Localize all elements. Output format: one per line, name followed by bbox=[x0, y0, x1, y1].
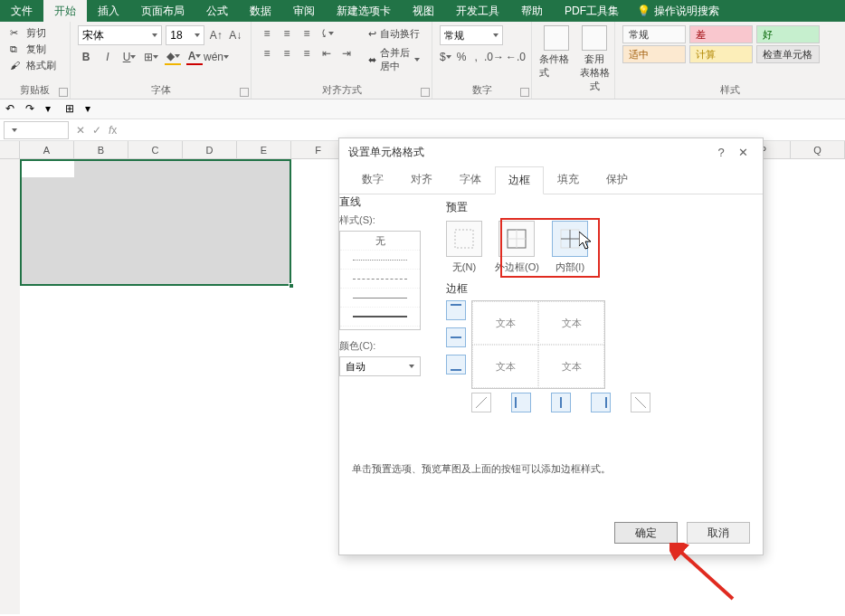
currency-button[interactable]: $ bbox=[440, 49, 451, 65]
qat-btn-3[interactable]: ▾ bbox=[85, 102, 100, 117]
dlg-tab-border[interactable]: 边框 bbox=[495, 166, 544, 194]
italic-button[interactable]: I bbox=[100, 49, 116, 65]
tab-file[interactable]: 文件 bbox=[0, 0, 43, 22]
number-launcher[interactable] bbox=[520, 88, 529, 97]
style-normal[interactable]: 常规 bbox=[622, 25, 686, 43]
style-calc[interactable]: 计算 bbox=[689, 45, 753, 63]
border-diag-down-button[interactable] bbox=[631, 393, 650, 412]
border-top-button[interactable] bbox=[446, 300, 466, 320]
cancel-button[interactable]: 取消 bbox=[687, 522, 750, 544]
dlg-tab-fill[interactable]: 填充 bbox=[544, 166, 593, 194]
confirm-formula-icon[interactable]: ✓ bbox=[92, 124, 101, 137]
cancel-formula-icon[interactable]: ✕ bbox=[76, 124, 85, 137]
style-check[interactable]: 检查单元格 bbox=[756, 45, 820, 63]
conditional-format-button[interactable]: 条件格式 bbox=[539, 25, 574, 93]
copy-button[interactable]: ⧉ 复制 bbox=[7, 42, 62, 57]
align-middle-button[interactable]: ≡ bbox=[279, 25, 295, 42]
tab-review[interactable]: 审阅 bbox=[282, 0, 326, 22]
border-right-button[interactable] bbox=[591, 393, 611, 412]
ok-button[interactable]: 确定 bbox=[614, 522, 678, 544]
dlg-tab-protect[interactable]: 保护 bbox=[593, 166, 641, 194]
tab-view[interactable]: 视图 bbox=[402, 0, 445, 22]
style-opt-3[interactable] bbox=[340, 289, 420, 308]
dialog-help-button[interactable]: ? bbox=[710, 146, 732, 159]
align-right-button[interactable]: ≡ bbox=[299, 45, 315, 62]
tab-home[interactable]: 开始 bbox=[43, 0, 87, 22]
border-button[interactable]: ⊞ bbox=[143, 49, 159, 65]
tab-devtools[interactable]: 开发工具 bbox=[445, 0, 510, 22]
align-bottom-button[interactable]: ≡ bbox=[299, 25, 315, 42]
decrease-decimal-button[interactable]: ←.0 bbox=[508, 49, 524, 65]
style-neutral[interactable]: 适中 bbox=[622, 45, 686, 63]
style-opt-4[interactable] bbox=[340, 308, 420, 327]
col-Q[interactable]: Q bbox=[791, 141, 845, 158]
style-opt-2[interactable] bbox=[340, 270, 420, 289]
percent-button[interactable]: % bbox=[457, 49, 467, 65]
tab-new[interactable]: 新建选项卡 bbox=[326, 0, 402, 22]
align-top-button[interactable]: ≡ bbox=[259, 25, 275, 42]
col-B[interactable]: B bbox=[74, 141, 128, 158]
preset-outline-button[interactable] bbox=[498, 221, 535, 257]
font-size-selector[interactable]: 18 bbox=[166, 25, 204, 45]
font-color-button[interactable]: A bbox=[186, 49, 203, 65]
redo-button[interactable]: ↷ bbox=[25, 102, 40, 117]
cut-button[interactable]: ✂ 剪切 bbox=[7, 25, 62, 41]
undo-button[interactable]: ↶ bbox=[5, 102, 20, 117]
dialog-close-button[interactable]: ✕ bbox=[732, 146, 754, 159]
dialog-titlebar[interactable]: 设置单元格格式 ? ✕ bbox=[339, 138, 763, 166]
style-opt-1[interactable] bbox=[340, 251, 420, 270]
grow-font-button[interactable]: A↑ bbox=[208, 27, 223, 43]
border-left-button[interactable] bbox=[511, 393, 531, 412]
select-all-corner[interactable] bbox=[0, 141, 20, 158]
qat-btn-2[interactable]: ⊞ bbox=[65, 102, 80, 117]
font-name-selector[interactable]: 宋体 bbox=[78, 25, 162, 45]
border-hmiddle-button[interactable] bbox=[446, 327, 466, 347]
tab-pdf[interactable]: PDF工具集 bbox=[554, 0, 630, 22]
align-launcher[interactable] bbox=[421, 88, 430, 97]
style-none-option[interactable]: 无 bbox=[340, 232, 420, 251]
align-center-button[interactable]: ≡ bbox=[279, 45, 295, 62]
col-A[interactable]: A bbox=[20, 141, 74, 158]
tab-page-layout[interactable]: 页面布局 bbox=[130, 0, 195, 22]
bold-button[interactable]: B bbox=[78, 49, 94, 65]
tab-formulas[interactable]: 公式 bbox=[195, 0, 239, 22]
indent-dec-button[interactable]: ⇤ bbox=[318, 45, 335, 62]
border-vmiddle-button[interactable] bbox=[551, 393, 571, 412]
style-good[interactable]: 好 bbox=[756, 25, 820, 43]
orientation-button[interactable]: ⤹ bbox=[318, 25, 335, 42]
tab-data[interactable]: 数据 bbox=[239, 0, 282, 22]
fx-icon[interactable]: fx bbox=[109, 124, 117, 137]
col-D[interactable]: D bbox=[183, 141, 237, 158]
wrap-text-button[interactable]: ↩ 自动换行 bbox=[364, 25, 424, 43]
merge-center-button[interactable]: ⬌ 合并后居中 bbox=[364, 44, 424, 75]
col-C[interactable]: C bbox=[128, 141, 183, 158]
dlg-tab-font[interactable]: 字体 bbox=[446, 166, 495, 194]
col-E[interactable]: E bbox=[237, 141, 291, 158]
dlg-tab-number[interactable]: 数字 bbox=[348, 166, 397, 194]
border-bottom-button[interactable] bbox=[446, 355, 466, 374]
dlg-tab-align[interactable]: 对齐 bbox=[397, 166, 446, 194]
name-box[interactable] bbox=[4, 121, 69, 139]
indent-inc-button[interactable]: ⇥ bbox=[338, 45, 355, 62]
preset-none-button[interactable] bbox=[446, 221, 482, 257]
font-launcher[interactable] bbox=[240, 88, 249, 97]
phonetic-button[interactable]: wén bbox=[208, 49, 224, 65]
border-preview[interactable]: 文本 文本 文本 文本 bbox=[471, 300, 605, 389]
shrink-font-button[interactable]: A↓ bbox=[228, 27, 243, 43]
style-bad[interactable]: 差 bbox=[689, 25, 753, 43]
qat-btn-1[interactable]: ▾ bbox=[45, 102, 60, 117]
col-F[interactable]: F bbox=[291, 141, 346, 158]
format-as-table-button[interactable]: 套用 表格格式 bbox=[577, 25, 612, 93]
clipboard-launcher[interactable] bbox=[59, 88, 68, 97]
border-diag-up-button[interactable] bbox=[471, 393, 491, 412]
underline-button[interactable]: U bbox=[121, 49, 138, 65]
tell-me-search[interactable]: 💡 操作说明搜索 bbox=[637, 0, 719, 22]
comma-button[interactable]: , bbox=[471, 49, 480, 65]
increase-decimal-button[interactable]: .0→ bbox=[486, 49, 502, 65]
format-painter-button[interactable]: 🖌 格式刷 bbox=[7, 58, 62, 73]
line-style-list[interactable]: 无 bbox=[339, 231, 421, 330]
selection-handle[interactable] bbox=[289, 283, 294, 289]
number-format-selector[interactable]: 常规 bbox=[440, 25, 503, 45]
fill-color-button[interactable]: ◆ bbox=[165, 49, 181, 65]
preset-inside-button[interactable] bbox=[552, 221, 588, 257]
